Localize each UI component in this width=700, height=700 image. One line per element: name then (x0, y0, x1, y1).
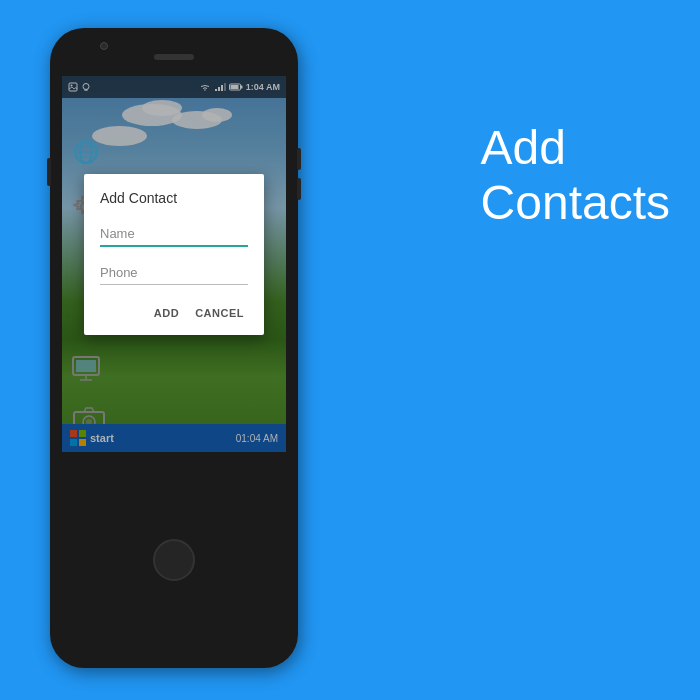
add-contact-dialog: Add Contact ADD CANCEL (84, 174, 264, 335)
title-line2: Contacts (481, 175, 670, 230)
phone-input[interactable] (100, 261, 248, 285)
dialog-overlay: Add Contact ADD CANCEL (62, 76, 286, 452)
dialog-title: Add Contact (100, 190, 248, 206)
front-camera (100, 42, 108, 50)
feature-title: Add Contacts (481, 120, 670, 230)
title-line1: Add (481, 120, 670, 175)
volume-up-button[interactable] (297, 148, 301, 170)
phone-shell: 1:04 AM (50, 28, 298, 668)
cancel-button[interactable]: CANCEL (191, 301, 248, 325)
speaker (154, 54, 194, 60)
add-button[interactable]: ADD (150, 301, 183, 325)
volume-down-button[interactable] (297, 178, 301, 200)
dialog-buttons: ADD CANCEL (100, 301, 248, 325)
bottom-bezel (50, 452, 298, 668)
name-input[interactable] (100, 222, 248, 247)
top-bezel (50, 28, 298, 76)
home-button[interactable] (153, 539, 195, 581)
page-container: Add Contacts (0, 0, 700, 700)
power-button[interactable] (47, 158, 51, 186)
phone-screen: 1:04 AM (62, 76, 286, 452)
